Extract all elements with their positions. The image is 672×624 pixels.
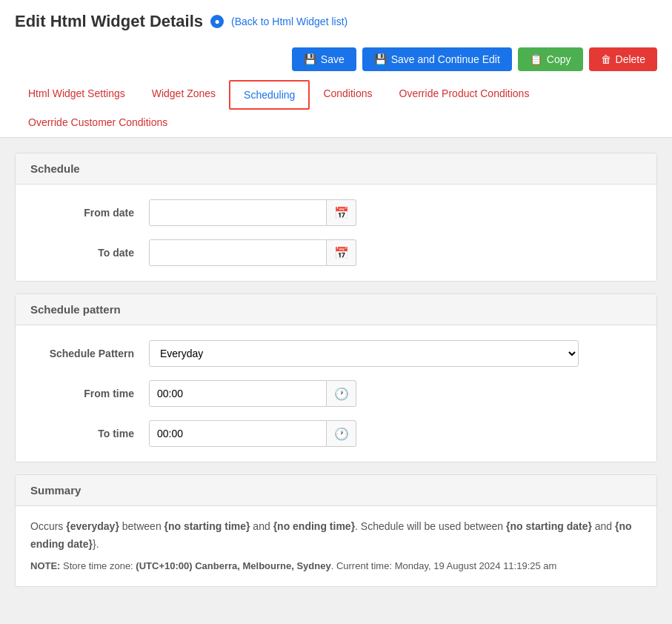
to-time-input[interactable] [149, 420, 327, 447]
summary-mid: between [119, 520, 164, 532]
tab-override-product-conditions[interactable]: Override Product Conditions [386, 80, 543, 109]
content-area: Schedule From date 📅 To date 📅 Schedule … [0, 138, 672, 602]
summary-text: Occurs {everyday} between {no starting t… [30, 518, 642, 554]
from-time-clock-icon[interactable]: 🕐 [327, 380, 356, 407]
schedule-pattern-row: Schedule Pattern Everyday Weekdays Weeke… [30, 340, 642, 367]
copy-icon: 📋 [530, 53, 542, 65]
to-time-label: To time [30, 428, 149, 439]
to-date-calendar-icon[interactable]: 📅 [327, 239, 356, 266]
from-date-row: From date 📅 [30, 199, 642, 226]
save-icon: 💾 [304, 53, 316, 65]
note-pre: Store time zone: [63, 560, 136, 571]
delete-button[interactable]: 🗑 Delete [589, 47, 657, 71]
schedule-card: Schedule From date 📅 To date 📅 [15, 153, 657, 282]
from-time-row: From time 🕐 [30, 380, 642, 407]
summary-and2: and [592, 520, 615, 532]
to-date-row: To date 📅 [30, 239, 642, 266]
note-current-time: Monday, 19 August 2024 11:19:25 am [395, 560, 557, 571]
summary-end: }. [93, 538, 99, 550]
schedule-card-header: Schedule [16, 153, 656, 185]
tab-scheduling[interactable]: Scheduling [229, 80, 310, 110]
from-date-label: From date [30, 207, 149, 219]
summary-val2: {no starting time} [164, 520, 250, 532]
copy-button[interactable]: 📋 Copy [518, 47, 583, 71]
from-date-input-group: 📅 [149, 199, 356, 226]
summary-val4: {no starting date} [506, 520, 592, 532]
schedule-pattern-card-header: Schedule pattern [16, 294, 656, 325]
tab-widget-zones[interactable]: Widget Zones [139, 80, 229, 109]
note-post: . Current time: [331, 560, 395, 571]
note-timezone: (UTC+10:00) Canberra, Melbourne, Sydney [136, 560, 330, 571]
summary-card-header: Summary [16, 475, 656, 506]
tabs-row1: Html Widget Settings Widget Zones Schedu… [15, 80, 657, 109]
save-continue-icon: 💾 [374, 53, 387, 65]
delete-icon: 🗑 [601, 53, 611, 65]
schedule-pattern-card: Schedule pattern Schedule Pattern Everyd… [15, 293, 657, 462]
save-continue-button[interactable]: 💾 Save and Continue Edit [362, 47, 512, 71]
tab-conditions[interactable]: Conditions [310, 80, 385, 109]
summary-card-body: Occurs {everyday} between {no starting t… [16, 506, 656, 586]
from-time-input[interactable] [149, 380, 327, 407]
to-time-input-group: 🕐 [149, 420, 356, 447]
schedule-pattern-label: Schedule Pattern [30, 348, 149, 359]
to-time-row: To time 🕐 [30, 420, 642, 447]
summary-post: . Schedule will be used between [355, 520, 506, 532]
tab-override-customer-conditions[interactable]: Override Customer Conditions [15, 109, 181, 137]
to-date-input[interactable] [149, 239, 327, 266]
from-date-input[interactable] [149, 199, 327, 226]
schedule-pattern-card-body: Schedule Pattern Everyday Weekdays Weeke… [16, 325, 656, 462]
from-time-input-group: 🕐 [149, 380, 356, 407]
summary-and: and [250, 520, 273, 532]
from-time-label: From time [30, 388, 149, 399]
tab-html-widget-settings[interactable]: Html Widget Settings [15, 80, 139, 109]
to-date-input-group: 📅 [149, 239, 356, 266]
note-label: NOTE: [30, 560, 60, 571]
note-text: NOTE: Store time zone: (UTC+10:00) Canbe… [30, 558, 642, 574]
summary-card: Summary Occurs {everyday} between {no st… [15, 474, 657, 587]
schedule-card-body: From date 📅 To date 📅 [16, 185, 656, 281]
back-arrow-icon: ● [210, 15, 224, 28]
page-title: Edit Html Widget Details [15, 12, 203, 31]
toolbar: 💾 Save 💾 Save and Continue Edit 📋 Copy 🗑… [15, 40, 657, 80]
summary-val3: {no ending time} [273, 520, 355, 532]
to-date-label: To date [30, 247, 149, 259]
tabs-row2: Override Customer Conditions [15, 109, 657, 137]
save-button[interactable]: 💾 Save [292, 47, 356, 71]
summary-val1: {everyday} [66, 520, 119, 532]
summary-pre1: Occurs [30, 520, 66, 532]
back-link[interactable]: (Back to Html Widget list) [231, 16, 347, 27]
schedule-pattern-select[interactable]: Everyday Weekdays Weekends Custom [149, 340, 579, 367]
from-date-calendar-icon[interactable]: 📅 [327, 199, 356, 226]
to-time-clock-icon[interactable]: 🕐 [327, 420, 356, 447]
